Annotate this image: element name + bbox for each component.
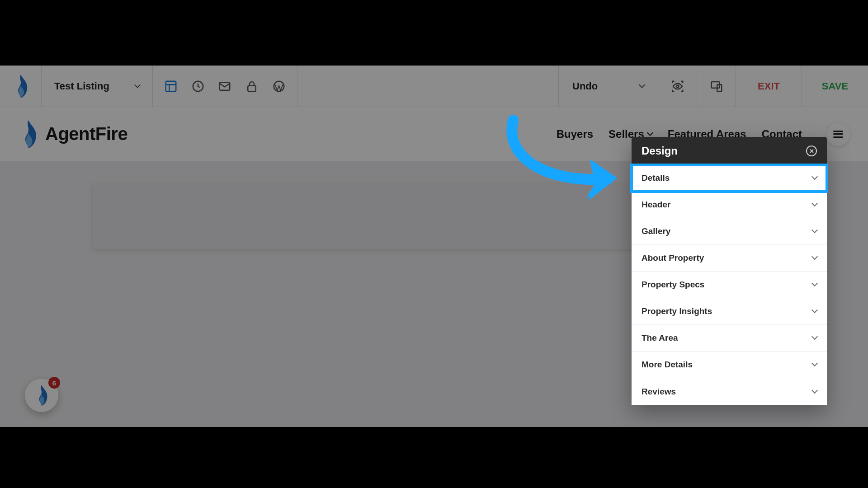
tool-group — [153, 66, 297, 107]
wordpress-icon[interactable] — [272, 80, 286, 93]
eye-scan-icon — [671, 80, 684, 93]
design-panel-header[interactable]: Design ✕ — [632, 137, 827, 165]
help-badge-count: 6 — [48, 377, 60, 389]
panel-row-more-details[interactable]: More Details — [632, 352, 827, 378]
chevron-down-icon — [811, 307, 818, 313]
save-button[interactable]: SAVE — [802, 66, 868, 107]
chevron-down-icon — [811, 333, 818, 340]
chevron-down-icon — [811, 200, 818, 206]
mail-icon[interactable] — [218, 80, 231, 93]
page-selector[interactable]: Test Listing — [42, 66, 153, 107]
panel-row-label: Details — [642, 173, 670, 183]
panel-row-property-insights[interactable]: Property Insights — [632, 298, 827, 325]
panel-row-label: Reviews — [642, 387, 676, 397]
chevron-down-icon — [134, 81, 141, 88]
panel-row-label: Property Insights — [642, 306, 712, 316]
clock-icon[interactable] — [191, 80, 205, 93]
panel-row-details[interactable]: Details — [632, 165, 827, 192]
svg-rect-0 — [166, 81, 176, 91]
letterbox-top — [0, 0, 868, 66]
flame-icon — [18, 120, 39, 148]
close-icon[interactable]: ✕ — [806, 145, 817, 156]
brand-name: AgentFire — [45, 124, 127, 144]
nav-buyers[interactable]: Buyers — [557, 128, 593, 141]
preview-button[interactable] — [658, 66, 697, 107]
save-label: SAVE — [822, 80, 848, 92]
toolbar-spacer — [297, 66, 559, 107]
panel-row-label: The Area — [642, 333, 678, 343]
nav-label: Buyers — [557, 128, 593, 141]
chevron-down-icon — [639, 81, 645, 88]
flame-icon — [12, 75, 29, 98]
layout-icon[interactable] — [164, 80, 178, 93]
chevron-down-icon — [811, 280, 818, 286]
panel-row-header[interactable]: Header — [632, 192, 827, 218]
devices-button[interactable] — [697, 66, 736, 107]
letterbox-bottom — [0, 427, 868, 488]
chevron-down-icon — [647, 129, 653, 136]
brand[interactable]: AgentFire — [18, 120, 127, 148]
flame-icon — [34, 385, 49, 406]
chevron-down-icon — [811, 387, 818, 393]
panel-row-label: Gallery — [642, 226, 670, 236]
design-panel-title: Design — [642, 145, 678, 157]
chevron-down-icon — [811, 360, 818, 366]
app-logo-cell[interactable] — [0, 66, 42, 107]
svg-rect-5 — [248, 85, 256, 91]
chevron-down-icon — [811, 174, 818, 180]
undo-label: Undo — [572, 80, 598, 92]
devices-icon — [710, 80, 723, 93]
exit-label: EXIT — [758, 80, 780, 92]
exit-button[interactable]: EXIT — [736, 66, 802, 107]
panel-row-gallery[interactable]: Gallery — [632, 218, 827, 245]
editor-toolbar: Test Listing — [0, 66, 868, 107]
chevron-down-icon — [811, 227, 818, 233]
panel-row-label: Property Specs — [642, 280, 704, 290]
panel-row-about-property[interactable]: About Property — [632, 245, 827, 272]
stage: Test Listing — [0, 0, 868, 488]
lock-icon[interactable] — [245, 80, 259, 93]
panel-row-label: About Property — [642, 253, 704, 263]
panel-row-reviews[interactable]: Reviews — [632, 378, 827, 405]
panel-row-the-area[interactable]: The Area — [632, 325, 827, 352]
page-selector-label: Test Listing — [54, 80, 109, 92]
help-badge[interactable]: 6 — [25, 379, 58, 412]
design-panel: Design ✕ Details Header Gallery About Pr… — [632, 137, 827, 405]
svg-point-7 — [676, 85, 679, 87]
chevron-down-icon — [811, 253, 818, 260]
panel-row-label: More Details — [642, 360, 693, 370]
hamburger-icon — [833, 131, 843, 138]
menu-button[interactable] — [826, 122, 850, 146]
panel-row-property-specs[interactable]: Property Specs — [632, 272, 827, 298]
panel-row-label: Header — [642, 200, 670, 210]
undo-dropdown[interactable]: Undo — [559, 66, 658, 107]
